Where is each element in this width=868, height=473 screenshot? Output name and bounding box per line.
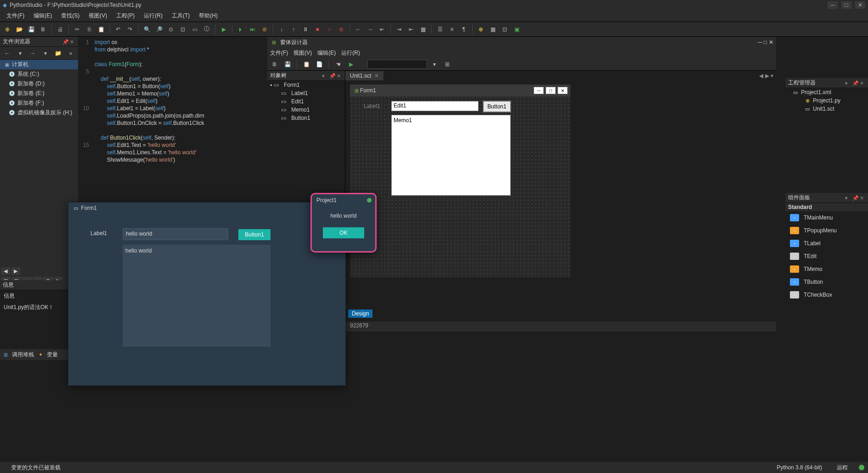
undo-icon[interactable]: ↶ <box>113 24 124 35</box>
dt-dd-icon[interactable]: ▾ <box>429 59 440 70</box>
design-edit[interactable]: Edit1 <box>391 101 479 111</box>
python-icon[interactable]: ⊕ <box>2 24 13 35</box>
design-memo[interactable]: Memo1 <box>391 115 511 196</box>
record-icon[interactable]: ○ <box>324 24 335 35</box>
des-menu-edit[interactable]: 编辑(E) <box>317 49 336 57</box>
list-icon[interactable]: ☰ <box>434 24 445 35</box>
des-menu-file[interactable]: 文件(F) <box>270 49 288 57</box>
nav3-icon[interactable]: ▭ <box>189 24 200 35</box>
des-menu-view[interactable]: 视图(V) <box>293 49 312 57</box>
find-icon[interactable]: 🔎 <box>153 24 164 35</box>
print-icon[interactable]: 🖨 <box>55 24 66 35</box>
dt-run-icon[interactable]: ▶ <box>345 59 356 70</box>
obj-tree-item[interactable]: ▭ Button1 <box>267 114 345 122</box>
menu-project[interactable]: 工程(P) <box>113 11 138 21</box>
para-icon[interactable]: ¶ <box>458 24 469 35</box>
paste-icon[interactable]: 📋 <box>96 24 107 35</box>
stepover-icon[interactable]: ↓ <box>276 24 287 35</box>
design-button[interactable]: Button1 <box>483 101 511 112</box>
nav1-icon[interactable]: ⊙ <box>165 24 176 35</box>
obj-tree-item[interactable]: ▭ Label1 <box>267 89 345 97</box>
form-close-icon[interactable]: ✕ <box>558 87 568 94</box>
tab-close-icon[interactable]: ✕ <box>374 73 379 79</box>
save-icon[interactable]: 💾 <box>26 24 37 35</box>
record2-icon[interactable]: ⊘ <box>336 24 347 35</box>
des-min-icon[interactable]: ─ <box>758 39 762 45</box>
dd-icon[interactable]: ▾ <box>15 48 26 59</box>
dt1-icon[interactable]: 🗎 <box>269 59 280 70</box>
cp-dd-icon[interactable]: ▾ <box>845 195 851 201</box>
design-tab[interactable]: Design <box>348 310 372 318</box>
component-item[interactable]: ▫TEdit <box>785 250 868 263</box>
break-icon[interactable]: ⊘ <box>259 24 270 35</box>
cut-icon[interactable]: ✂ <box>72 24 83 35</box>
saveall-icon[interactable]: 🗎 <box>38 24 49 35</box>
des-close-icon[interactable]: ✕ <box>769 39 773 45</box>
tree-item[interactable]: 💿新加卷 (E:) <box>0 89 78 98</box>
des-combo[interactable] <box>367 60 427 69</box>
zoom-icon[interactable]: 🔍 <box>141 24 152 35</box>
menu-view[interactable]: 视图(V) <box>85 11 111 21</box>
dt5-icon[interactable]: ☚ <box>333 59 344 70</box>
run-memo[interactable]: hello world <box>123 245 271 347</box>
outdent-icon[interactable]: ⇤ <box>406 24 417 35</box>
proj-item[interactable]: ▭Project1.xml <box>785 88 868 96</box>
tab-nav[interactable]: ◀ ▶ ▾ <box>756 73 776 79</box>
ftab[interactable]: ◀ <box>1 267 10 275</box>
proj-item[interactable]: ⊕Project1.py <box>785 96 868 105</box>
tree-item[interactable]: 💿新加卷 (D:) <box>0 79 78 89</box>
msgbox-ok-button[interactable]: OK <box>323 227 364 238</box>
tb3-icon[interactable]: ⊡ <box>499 24 510 35</box>
up-icon[interactable]: 📁 <box>53 48 64 59</box>
obj-tree-item[interactable]: ▪ ▭ Form1 <box>267 81 345 89</box>
design-canvas[interactable]: Unit1.sct✕◀ ▶ ▾ ⊞ Form1 ─□✕ Label1 Edit1… <box>345 71 776 319</box>
dd2-icon[interactable]: ▾ <box>40 48 51 59</box>
form-min-icon[interactable]: ─ <box>534 87 544 94</box>
ot-pin-icon[interactable]: 📌 <box>329 73 335 79</box>
redo-icon[interactable]: ↷ <box>124 24 135 35</box>
component-item[interactable]: ▫TMainMenu <box>785 211 868 224</box>
tree-item[interactable]: 💿系统 (C:) <box>0 69 78 79</box>
expand-icon[interactable]: » <box>65 48 76 59</box>
tb2-icon[interactable]: ▦ <box>487 24 498 35</box>
pm-dd-icon[interactable]: ▾ <box>845 80 851 86</box>
panel-close-icon[interactable]: ✕ <box>70 39 75 45</box>
close-button[interactable]: ✕ <box>855 1 865 9</box>
component-item[interactable]: ▫TLabel <box>785 237 868 250</box>
maximize-button[interactable]: □ <box>841 1 851 9</box>
dt4-icon[interactable]: 📄 <box>314 59 325 70</box>
status-python[interactable]: Python 3.8 (64-bit) <box>769 464 829 471</box>
nav2-icon[interactable]: ⊡ <box>177 24 188 35</box>
arr3-icon[interactable]: ⇤ <box>377 24 388 35</box>
status-remote[interactable]: 远程 <box>829 464 855 472</box>
pm-pin-icon[interactable]: 📌 <box>852 80 858 86</box>
component-item[interactable]: ▫TButton <box>785 276 868 288</box>
obj-tree-item[interactable]: ▭ Memo1 <box>267 106 345 114</box>
dt2-icon[interactable]: 💾 <box>282 59 293 70</box>
grid-icon[interactable]: ▦ <box>417 24 428 35</box>
py2-icon[interactable]: ⊕ <box>475 24 486 35</box>
menu-tools[interactable]: 工具(T) <box>168 11 193 21</box>
component-item[interactable]: ▫TMemo <box>785 263 868 276</box>
dt6-icon[interactable]: ⊞ <box>442 59 453 70</box>
design-label[interactable]: Label1 <box>364 103 380 109</box>
step-icon[interactable]: ⏭ <box>247 24 258 35</box>
pin-icon[interactable]: 📌 <box>62 39 68 45</box>
ftab[interactable]: ▶ <box>11 267 20 275</box>
arr2-icon[interactable]: → <box>365 24 376 35</box>
variables-label[interactable]: 变量 <box>47 351 58 359</box>
comp-category[interactable]: Standard <box>785 203 868 211</box>
proj-item[interactable]: ▭Unit1.sct <box>785 105 868 113</box>
canvas-tab[interactable]: Unit1.sct✕ <box>345 71 383 80</box>
indent-icon[interactable]: ⇥ <box>394 24 405 35</box>
menu-find[interactable]: 查找(S) <box>57 11 83 21</box>
run-button[interactable]: Button1 <box>238 229 271 240</box>
obj-tree-item[interactable]: ▭ Edit1 <box>267 97 345 106</box>
arr1-icon[interactable]: ← <box>353 24 364 35</box>
menu-run[interactable]: 运行(R) <box>140 11 166 21</box>
run-edit[interactable]: hello world <box>123 228 228 240</box>
code-editor[interactable]: 151015 import os from delphivcl import *… <box>78 37 266 165</box>
cp-close-icon[interactable]: ✕ <box>860 195 865 201</box>
minimize-button[interactable]: ─ <box>828 1 838 9</box>
tree-root[interactable]: 🖥计算机 <box>0 60 78 69</box>
